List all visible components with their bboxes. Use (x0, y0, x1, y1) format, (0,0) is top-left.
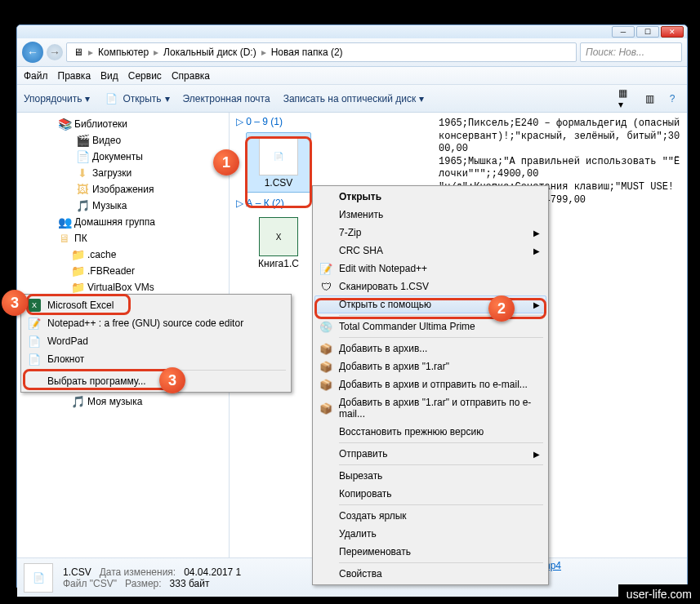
preview-pane-button[interactable]: ▥ (641, 91, 658, 107)
menu-item-label: Вырезать (339, 470, 382, 482)
minimize-button[interactable]: ─ (612, 26, 635, 38)
breadcrumb-item[interactable]: Локальный диск (D:) (160, 47, 260, 58)
context-menu-item[interactable]: XMicrosoft Excel (23, 296, 289, 314)
tree-item[interactable]: 🖼Изображения (17, 181, 229, 198)
submenu-arrow-icon: ▶ (533, 246, 540, 255)
menu-item-label: Total Commander Ultima Prime (339, 321, 475, 332)
context-menu-item[interactable]: Вырезать (314, 467, 546, 485)
tree-item[interactable]: 🎬Видео (17, 132, 229, 149)
folder-icon: 🖥 (58, 232, 71, 245)
tree-item[interactable]: 🎵Музыка (17, 198, 229, 214)
context-menu-item[interactable]: 7-Zip▶ (314, 224, 546, 242)
tree-item[interactable]: 📚Библиотеки (17, 116, 229, 132)
context-menu-item[interactable]: Изменить (314, 206, 546, 224)
tree-item[interactable]: 📄Документы (17, 149, 229, 165)
context-menu-item[interactable]: Свойства (314, 565, 546, 583)
tree-item[interactable]: 🖥ПК (17, 230, 229, 246)
submenu-arrow-icon: ▶ (533, 450, 540, 459)
email-button[interactable]: Электронная почта (183, 93, 270, 104)
tree-item-label: Загрузки (92, 167, 132, 179)
menu-tools[interactable]: Сервис (128, 70, 162, 82)
callout-3a: 3 (2, 290, 28, 316)
context-menu[interactable]: ОткрытьИзменить7-Zip▶CRC SHA▶📝Edit with … (312, 185, 549, 585)
context-menu-item[interactable]: CRC SHA▶ (314, 242, 546, 260)
menu-help[interactable]: Справка (172, 70, 210, 82)
burn-button[interactable]: Записать на оптический диск ▾ (283, 93, 425, 104)
file-label: Книга1.С (258, 258, 299, 269)
context-menu-item[interactable]: 💿Total Commander Ultima Prime (314, 318, 546, 335)
context-menu-item[interactable]: Отправить▶ (314, 445, 546, 463)
menu-item-label: Notepad++ : a free (GNU) source code edi… (47, 318, 243, 329)
document-icon: 📄 (103, 91, 119, 107)
context-menu-item[interactable]: 📄Блокнот (23, 350, 289, 368)
status-file-icon: 📄 (24, 563, 53, 593)
menu-item-label: Edit with Notepad++ (339, 263, 427, 274)
folder-icon: 📁 (71, 281, 84, 294)
tree-item-label: Домашняя группа (74, 216, 155, 228)
context-menu-item[interactable]: 📦Добавить в архив... (314, 340, 546, 358)
maximize-button[interactable]: ☐ (636, 26, 659, 38)
app-icon: 📦 (319, 342, 332, 355)
context-menu-item[interactable]: Удалить (314, 525, 546, 543)
menu-item-label: CRC SHA (339, 245, 383, 256)
tree-item-label: Изображения (92, 184, 154, 195)
context-menu-item[interactable]: Создать ярлык (314, 507, 546, 525)
context-menu-item[interactable]: 📦Добавить в архив и отправить по e-mail.… (314, 375, 546, 393)
app-icon: 📦 (319, 402, 332, 415)
menu-item-label: Добавить в архив... (339, 343, 427, 354)
menu-item-label: Добавить в архив "1.rar" (339, 361, 449, 372)
tree-item[interactable]: ⬇Загрузки (17, 165, 229, 181)
tree-item-label: .FBReader (87, 265, 135, 277)
tree-item[interactable]: 📁VirtualBox VMs (17, 279, 229, 295)
context-menu-item[interactable]: 🛡Сканировать 1.CSV (314, 278, 546, 295)
menu-separator (339, 442, 543, 443)
menu-edit[interactable]: Правка (58, 70, 91, 82)
folder-icon: 📚 (58, 118, 71, 131)
context-menu-item[interactable]: 📄WordPad (23, 332, 289, 350)
context-menu-item[interactable]: 📝Edit with Notepad++ (314, 260, 546, 278)
file-icon: 📄 (259, 136, 298, 175)
folder-icon: 📁 (71, 264, 84, 278)
tree-item-label: Моя музыка (87, 396, 142, 407)
context-menu-item[interactable]: 📦Добавить в архив "1.rar" (314, 358, 546, 375)
organize-button[interactable]: Упорядочить ▾ (24, 93, 90, 104)
context-menu-item[interactable]: Открыть (314, 188, 546, 206)
context-menu-item[interactable]: 📦Добавить в архив "1.rar" и отправить по… (314, 393, 546, 423)
search-input[interactable]: Поиск: Нов... (580, 42, 682, 62)
file-item-excel[interactable]: X Книга1.С (246, 214, 311, 273)
tree-item[interactable]: 📁.FBReader (17, 263, 229, 279)
tree-item-label: Библиотеки (74, 118, 127, 130)
tree-item[interactable]: 🎵Моя музыка (17, 393, 229, 410)
breadcrumb-root-icon[interactable]: 🖥 (70, 47, 87, 58)
breadcrumb-item[interactable]: Новая папка (2) (268, 47, 346, 58)
open-with-submenu[interactable]: XMicrosoft Excel📝Notepad++ : a free (GNU… (20, 294, 292, 393)
nav-back-button[interactable]: ← (22, 42, 43, 63)
menu-file[interactable]: Файл (24, 70, 48, 82)
tree-item-label: ПК (74, 233, 87, 244)
file-item-csv[interactable]: 📄 1.CSV (246, 132, 311, 193)
open-button[interactable]: 📄Открыть ▾ (103, 91, 169, 107)
folder-icon: ⬇ (76, 167, 89, 180)
breadcrumb-item[interactable]: Компьютер (95, 47, 152, 58)
close-button[interactable]: ✕ (661, 26, 684, 38)
nav-forward-button[interactable]: → (47, 44, 63, 60)
tree-item[interactable]: 👥Домашняя группа (17, 214, 229, 230)
menu-item-label: Блокнот (47, 353, 84, 365)
menu-item-label: WordPad (47, 335, 88, 347)
tree-item[interactable]: 📁.cache (17, 246, 229, 263)
app-icon: 📄 (28, 353, 41, 366)
context-menu-item[interactable]: Копировать (314, 485, 546, 503)
context-menu-item[interactable]: 📝Notepad++ : a free (GNU) source code ed… (23, 314, 289, 332)
context-menu-item[interactable]: Переименовать (314, 543, 546, 561)
help-button[interactable]: ? (664, 91, 680, 107)
menu-item-label: Создать ярлык (339, 510, 407, 522)
menu-item-label: 7-Zip (339, 227, 361, 238)
context-menu-item[interactable]: Восстановить прежнюю версию (314, 423, 546, 441)
context-menu-item[interactable]: Выбрать программу... (23, 372, 289, 390)
view-options-button[interactable]: ▦ ▾ (618, 91, 635, 107)
menu-view[interactable]: Вид (100, 70, 118, 82)
tree-item-label: Документы (92, 151, 143, 162)
menu-item-label: Сканировать 1.CSV (339, 281, 429, 292)
breadcrumb[interactable]: 🖥 ▸ Компьютер ▸ Локальный диск (D:) ▸ Но… (66, 42, 577, 62)
excel-file-icon: X (259, 217, 298, 256)
